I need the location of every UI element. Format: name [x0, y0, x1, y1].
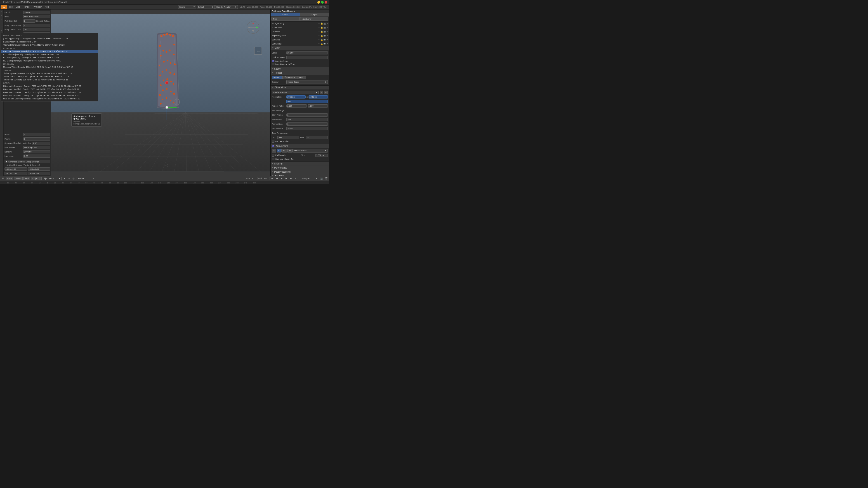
preset-hss-welded[interactable]: HSS-Beams Welded | Density: 7800 kg/m³ C… — [4, 97, 51, 100]
timeline-bar[interactable]: -50 -40 -30 -20 -10 0 10 20 30 40 50 60 … — [0, 181, 329, 184]
add-btn[interactable]: Add — [23, 177, 30, 180]
preset-ibeams1-screwed[interactable]: I-Beams #1 Screwed | Density: 7800 kg/m³… — [4, 85, 51, 88]
aa-val-11[interactable]: 11 — [281, 149, 287, 153]
prop-val-plastic[interactable]: 0 — [23, 137, 50, 140]
aa-val-16[interactable]: 16 — [287, 149, 293, 153]
prop-val-explsio[interactable]: 250.00 — [23, 11, 50, 14]
render-tab-render[interactable]: Render — [272, 76, 282, 79]
eye-icon[interactable]: 👁 — [318, 22, 320, 25]
aspect-y-input[interactable]: 1.000 — [308, 104, 328, 107]
camera-icon-2[interactable]: 📷 — [323, 26, 326, 29]
camera-icon-3[interactable]: 📷 — [323, 31, 326, 33]
camera-icon-4[interactable]: 📷 — [323, 35, 326, 37]
preset-rc-columns[interactable]: RC Columns | Density: 2400 kg/m³ CPR: 35… — [4, 53, 51, 56]
render-engine-selector[interactable]: Blender Render ▼ — [215, 5, 238, 9]
render-tab-audio[interactable]: Audio — [298, 76, 306, 79]
lock-icon-4[interactable]: 🔒 — [320, 35, 323, 37]
preset-timber-spruce[interactable]: Timber Spruce | Density: 470 kg/m³ CPR: … — [4, 72, 51, 75]
frame-rate-input[interactable]: 25 fps — [286, 127, 328, 130]
tool-icon-6[interactable]: ⤢ — [0, 29, 3, 32]
performance-header[interactable]: ▶ Performance — [271, 166, 329, 170]
prop-val-break-thresh[interactable]: 1.00 — [32, 142, 50, 145]
render-section-header[interactable]: ▼ Render — [271, 71, 329, 75]
output-header[interactable]: ▼ ▼ Output — [271, 174, 329, 176]
render-tab-animation[interactable]: 🎬Animation — [282, 76, 297, 79]
prop-2nd-rot[interactable]: 2nd Rot: 0.00 — [28, 172, 50, 175]
prop-val-live-load[interactable]: 0.00 — [23, 155, 50, 158]
tab-scene[interactable]: Scene — [271, 13, 300, 17]
x-icon[interactable]: ✕ — [327, 22, 328, 25]
menu-render[interactable]: Render — [22, 5, 32, 8]
view-icon[interactable]: ⊞ — [1, 176, 5, 181]
select-btn[interactable]: Select — [14, 177, 23, 180]
display-selector[interactable]: Image Editor ▼ — [286, 80, 328, 84]
solid-shading-icon[interactable]: ● — [62, 176, 66, 181]
camera-render-icon[interactable]: 📷 — [320, 176, 324, 181]
tool-icon-3[interactable]: ↕ — [0, 18, 3, 21]
camera-icon-6[interactable]: 📷 — [323, 43, 326, 45]
preset-masonry-walls[interactable]: Masonry Walls | Density: 1800 kg/m³ CPR:… — [4, 66, 51, 69]
menu-help[interactable]: Help — [43, 5, 51, 8]
full-sample-checkbox[interactable] — [272, 154, 274, 157]
aa-val-8[interactable]: 8 — [277, 149, 281, 153]
fps-input[interactable]: 2 — [294, 177, 300, 180]
res-pct-input[interactable]: 50% — [286, 100, 328, 103]
start-frame-input[interactable]: 1 — [286, 113, 328, 117]
anti-aliasing-header[interactable]: Anti-Aliasing — [271, 144, 329, 148]
preset-timber-larch[interactable]: Timber Larch | Density: 590 kg/m³ CPR: 4… — [4, 75, 51, 78]
layer-surfaces2[interactable]: Surfaces 2 👁 🔒 📷 ✕ — [271, 42, 329, 46]
dimensions-header[interactable]: ▼ Dimensions — [271, 86, 329, 90]
prop-val-blur[interactable]: Max. Ray 10.00 — [23, 15, 50, 18]
end-frame-bottom[interactable]: 250 — [263, 177, 269, 180]
global-selector[interactable]: Global ▼ — [77, 177, 95, 180]
prop-val-pullback[interactable]: 2 — [23, 20, 35, 23]
minimize-button[interactable] — [317, 1, 320, 4]
prop-1st-dist[interactable]: 1st Dist: 0.00 — [4, 167, 27, 170]
wire-shading-icon[interactable]: ○ — [67, 176, 71, 181]
skip-start-icon[interactable]: ⏮ — [270, 176, 274, 181]
start-frame-bottom[interactable]: 1 — [251, 177, 257, 180]
close-button[interactable] — [324, 1, 327, 4]
object-btn[interactable]: Object — [31, 177, 40, 180]
prop-2nd-dist[interactable]: 2nd Dist: 0.00 — [4, 172, 27, 175]
res-x-input[interactable]: 1920 px — [286, 95, 306, 98]
eye-icon-5[interactable]: 👁 — [318, 39, 320, 41]
layer-bcb-building[interactable]: BCB_Building 👁 🔒 📷 ✕ — [271, 22, 329, 26]
lock-object-input[interactable] — [286, 56, 328, 59]
rendered-icon[interactable]: ◎ — [71, 176, 75, 181]
lock-cursor-checkbox[interactable] — [272, 60, 274, 62]
view-btn[interactable]: View — [6, 177, 13, 180]
menu-edit[interactable]: Edit — [14, 5, 21, 8]
preset-default[interactable]: [Default] | Density: 2400 kg/m³ CPR: 35 … — [4, 37, 51, 40]
x-icon-6[interactable]: ✕ — [327, 43, 328, 45]
preset-ibeams2-welded[interactable]: I-Beams #2 Welded | Density: 7800 kg/m³ … — [4, 94, 51, 97]
camera-icon[interactable]: 📷 — [323, 22, 326, 25]
view-section-header[interactable]: ▼ View — [271, 46, 329, 50]
skip-end-icon[interactable]: ⏭ — [289, 176, 293, 181]
lock-icon-5[interactable]: 🔒 — [320, 39, 323, 41]
prop-val-progr-limit[interactable]: 10 — [23, 28, 50, 31]
next-frame-icon[interactable]: ▶ — [284, 176, 288, 181]
lock-icon-6[interactable]: 🔒 — [320, 43, 323, 45]
time-remap-new[interactable]: 100 — [306, 136, 328, 139]
res-y-input[interactable]: 1080 px — [309, 95, 328, 98]
sync-selector[interactable]: No Sync ▼ — [301, 177, 319, 180]
lock-icon[interactable]: 🔒 — [320, 22, 323, 25]
render-presets-add[interactable]: + — [320, 91, 323, 94]
layer-members[interactable]: Members 👁 🔒 📷 ✕ — [271, 30, 329, 34]
prop-val-mat-preset[interactable]: Uncategorized — [23, 146, 50, 149]
tool-icon-1[interactable]: ↖ — [0, 10, 3, 13]
x-icon-3[interactable]: ✕ — [327, 31, 328, 33]
camera-icon-5[interactable]: 📷 — [323, 39, 326, 41]
maximize-button[interactable] — [321, 1, 324, 4]
layer-rigidbodyworld[interactable]: RigidBodyWorld 👁 🔒 📷 ✕ — [271, 34, 329, 38]
tool-icon-2[interactable]: ○ — [0, 14, 3, 17]
end-frame-input[interactable]: 250 — [286, 118, 328, 121]
tab-object[interactable]: Object — [300, 13, 329, 17]
scene-render-icon[interactable]: 🎬 — [324, 176, 328, 181]
eye-icon-3[interactable]: 👁 — [318, 31, 320, 33]
eye-icon-4[interactable]: 👁 — [318, 35, 320, 37]
scene-selector[interactable]: Scene ▼ — [178, 5, 196, 9]
x-icon-5[interactable]: ✕ — [327, 39, 328, 41]
render-presets-selector[interactable]: Render Presets ▼ — [272, 91, 319, 94]
